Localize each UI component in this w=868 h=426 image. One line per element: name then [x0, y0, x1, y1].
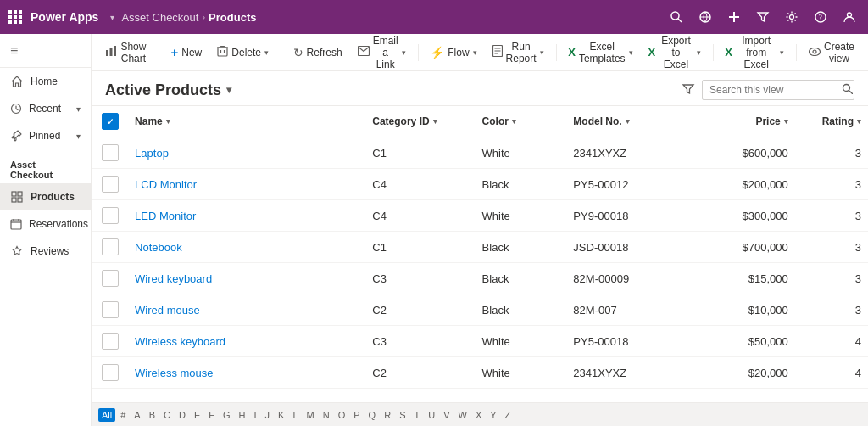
user-icon-btn[interactable]: [837, 5, 861, 29]
sidebar-item-pinned[interactable]: Pinned ▾: [0, 122, 91, 149]
row-checkbox[interactable]: [102, 301, 119, 318]
row-check[interactable]: [92, 326, 128, 357]
alpha-item-all[interactable]: All: [98, 408, 115, 422]
table-row[interactable]: Wired mouse C2 Black 82M-007 $10,000 3: [92, 294, 868, 326]
delete-button[interactable]: Delete ▾: [210, 39, 275, 66]
sidebar-item-reservations[interactable]: Reservations: [0, 210, 91, 238]
row-checkbox[interactable]: [102, 144, 119, 161]
search-icon-btn[interactable]: [665, 5, 688, 29]
row-name-link[interactable]: Wireless mouse: [135, 367, 213, 379]
grid-icon[interactable]: [7, 8, 24, 25]
th-rating[interactable]: Rating▾: [795, 106, 868, 137]
row-name[interactable]: LCD Monitor: [128, 169, 365, 200]
alpha-item-#[interactable]: #: [117, 408, 129, 422]
search-input[interactable]: [709, 84, 837, 96]
add-icon-btn[interactable]: [722, 5, 746, 29]
run-report-button[interactable]: Run Report ▾: [486, 39, 551, 66]
alpha-item-l[interactable]: L: [289, 408, 301, 422]
import-excel-button[interactable]: X Import from Excel ▾: [718, 39, 791, 66]
th-category[interactable]: Category ID▾: [365, 106, 475, 137]
breadcrumb-app[interactable]: Asset Checkout: [121, 11, 198, 24]
row-name-link[interactable]: Notebook: [135, 241, 182, 254]
alpha-item-o[interactable]: O: [335, 408, 349, 422]
th-color[interactable]: Color▾: [476, 106, 567, 137]
table-row[interactable]: Wireless keyboard C3 White PY5-00018 $50…: [92, 326, 868, 357]
row-name-link[interactable]: Wired keyboard: [135, 272, 212, 285]
row-name[interactable]: Wireless mouse: [128, 357, 365, 389]
view-title-chevron[interactable]: ▾: [226, 84, 231, 96]
create-view-button[interactable]: Create view: [802, 39, 861, 66]
alpha-item-j[interactable]: J: [262, 408, 274, 422]
new-button[interactable]: + New: [164, 39, 209, 66]
alpha-item-x[interactable]: X: [472, 408, 485, 422]
row-name[interactable]: LED Monitor: [128, 200, 365, 232]
th-check[interactable]: ✓: [92, 106, 128, 137]
excel-templates-button[interactable]: X Excel Templates ▾: [561, 39, 639, 66]
header-checkbox[interactable]: ✓: [102, 113, 119, 130]
alpha-item-n[interactable]: N: [320, 408, 333, 422]
table-row[interactable]: Laptop C1 White 2341XYXZ $600,000 3: [92, 137, 868, 169]
sidebar-item-recent[interactable]: Recent ▾: [0, 95, 91, 122]
table-row[interactable]: Notebook C1 Black JSD-00018 $700,000 3: [92, 232, 868, 263]
row-name-link[interactable]: Wired mouse: [135, 304, 200, 317]
th-name[interactable]: Name▾: [128, 106, 365, 137]
alpha-item-m[interactable]: M: [303, 408, 318, 422]
row-name[interactable]: Laptop: [128, 137, 365, 169]
row-name[interactable]: Notebook: [128, 232, 365, 263]
alpha-item-f[interactable]: F: [205, 408, 218, 422]
table-row[interactable]: Wired keyboard C3 Black 82M-00009 $15,00…: [92, 263, 868, 294]
row-name[interactable]: Wired keyboard: [128, 263, 365, 294]
sidebar-item-products[interactable]: Products: [0, 183, 91, 210]
row-check[interactable]: [92, 200, 128, 232]
row-check[interactable]: [92, 137, 128, 169]
alpha-item-b[interactable]: B: [146, 408, 159, 422]
environment-icon-btn[interactable]: [693, 5, 717, 29]
alpha-item-y[interactable]: Y: [487, 408, 499, 422]
alpha-item-t[interactable]: T: [410, 408, 423, 422]
alpha-item-e[interactable]: E: [191, 408, 203, 422]
sidebar-toggle[interactable]: ≡: [0, 34, 91, 68]
row-name-link[interactable]: LCD Monitor: [135, 178, 197, 191]
row-check[interactable]: [92, 357, 128, 389]
row-checkbox[interactable]: [102, 364, 119, 381]
row-name-link[interactable]: Wireless keyboard: [135, 335, 225, 348]
alpha-item-d[interactable]: D: [175, 408, 189, 422]
table-row[interactable]: LED Monitor C4 White PY9-00018 $300,000 …: [92, 200, 868, 232]
table-row[interactable]: Wireless mouse C2 White 2341XYXZ $20,000…: [92, 357, 868, 389]
row-check[interactable]: [92, 263, 128, 294]
search-box[interactable]: [702, 80, 854, 100]
alpha-item-h[interactable]: H: [236, 408, 249, 422]
sidebar-item-home[interactable]: Home: [0, 68, 91, 95]
flow-button[interactable]: ⚡ Flow ▾: [423, 39, 483, 66]
refresh-button[interactable]: ↻ Refresh: [287, 39, 349, 66]
alpha-item-i[interactable]: I: [251, 408, 260, 422]
alpha-item-z[interactable]: Z: [502, 408, 515, 422]
row-checkbox[interactable]: [102, 333, 119, 350]
export-excel-button[interactable]: X Export to Excel ▾: [642, 39, 708, 66]
row-name[interactable]: Wired mouse: [128, 294, 365, 326]
alpha-item-v[interactable]: V: [440, 408, 453, 422]
row-checkbox[interactable]: [102, 207, 119, 224]
filter-icon-btn[interactable]: [751, 5, 775, 29]
th-model[interactable]: Model No.▾: [566, 106, 694, 137]
alpha-item-p[interactable]: P: [350, 408, 363, 422]
row-check[interactable]: [92, 232, 128, 263]
logo-chevron[interactable]: ▾: [110, 13, 114, 22]
sidebar-item-reviews[interactable]: Reviews: [0, 238, 91, 265]
view-filter-icon[interactable]: [682, 82, 695, 98]
row-name[interactable]: Wireless keyboard: [128, 326, 365, 357]
help-icon-btn[interactable]: ?: [809, 5, 832, 29]
alpha-item-u[interactable]: U: [425, 408, 438, 422]
row-checkbox[interactable]: [102, 270, 119, 287]
th-price[interactable]: Price▾: [694, 106, 795, 137]
row-name-link[interactable]: LED Monitor: [135, 210, 196, 222]
show-chart-button[interactable]: Show Chart: [98, 39, 153, 66]
row-name-link[interactable]: Laptop: [135, 147, 169, 160]
alpha-item-w[interactable]: W: [455, 408, 470, 422]
alpha-item-c[interactable]: C: [160, 408, 174, 422]
row-check[interactable]: [92, 169, 128, 200]
settings-icon-btn[interactable]: [780, 5, 804, 29]
alpha-item-r[interactable]: R: [381, 408, 394, 422]
alpha-item-k[interactable]: K: [275, 408, 287, 422]
alpha-item-s[interactable]: S: [396, 408, 409, 422]
